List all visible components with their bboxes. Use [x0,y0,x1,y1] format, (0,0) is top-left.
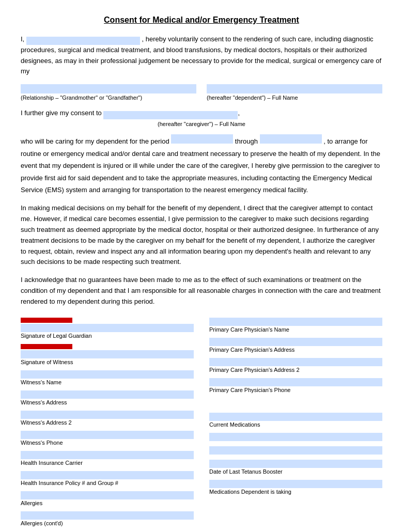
meds-extra-2 [209,446,382,457]
caregiver-input[interactable] [103,111,238,119]
tetanus-group: Date of Last Tetanus Booster [209,460,382,477]
witness-name-group: Witness's Name [21,370,194,387]
intro-paragraph: I, , hereby voluntarily consent to the r… [21,34,382,77]
red-bar-1 [21,318,72,323]
relationship-label: (Relationship – "Grandmother" or "Grandf… [21,95,196,101]
witness-name-input[interactable] [21,370,194,379]
witness-address2-input[interactable] [21,411,194,419]
legal-guardian-group: Signature of Legal Guardian [21,318,194,341]
meds-extra-1 [209,433,382,443]
insurance-carrier-group: Health Insurance Carrier [21,451,194,468]
witness-sig-label: Signature of Witness [21,359,194,365]
witness-address2-label: Witness's Address 2 [21,419,194,426]
consent-prefix: I further give my consent to [21,109,102,117]
right-fields: Primary Care Physician's Name Primary Ca… [209,318,382,531]
pcp-address-label: Primary Care Physician's Address [209,347,382,353]
relationship-input[interactable] [21,84,196,93]
dependent-meds-input[interactable] [209,480,382,488]
witness-sig-input[interactable] [21,350,194,358]
insurance-carrier-input[interactable] [21,451,194,459]
paragraph-2: In making medical decisions on my behalf… [21,203,382,268]
witness-phone-group: Witness's Phone [21,431,194,448]
meds-extra-1-input[interactable] [209,433,382,441]
relationship-dependent-row: (Relationship – "Grandmother" or "Grandf… [21,84,382,101]
relationship-block: (Relationship – "Grandmother" or "Grandf… [21,84,196,101]
insurance-policy-input[interactable] [21,471,194,479]
page-title: Consent for Medical and/or Emergency Tre… [21,15,382,25]
tetanus-input[interactable] [209,460,382,468]
allergies-cont-label: Allergies (cont'd) [21,520,194,526]
through-text: through [235,137,258,145]
red-bar-2 [21,344,72,349]
pcp-phone-group: Primary Care Physician's Phone [209,378,382,395]
period-end-input[interactable] [260,134,322,144]
allergies-input[interactable] [21,491,194,499]
pcp-address-input[interactable] [209,338,382,346]
pcp-name-input[interactable] [209,318,382,326]
name-input[interactable] [26,37,140,45]
witness-sig-group: Signature of Witness [21,344,194,367]
tetanus-label: Date of Last Tetanus Booster [209,468,382,475]
allergies-cont-input[interactable] [21,511,194,520]
witness-name-label: Witness's Name [21,379,194,385]
pcp-phone-input[interactable] [209,378,382,386]
allergies-group: Allergies [21,491,194,508]
pcp-address-group: Primary Care Physician's Address [209,338,382,355]
witness-address-group: Witness's Address [21,390,194,408]
consent-row: I further give my consent to , (hereafte… [21,107,382,129]
current-meds-label: Current Medications [209,421,382,428]
pcp-address2-group: Primary Care Physician's Address 2 [209,358,382,375]
pcp-address2-label: Primary Care Physician's Address 2 [209,367,382,373]
witness-phone-input[interactable] [21,431,194,439]
dependent-input[interactable] [207,84,382,93]
legal-guardian-input[interactable] [21,324,194,332]
insurance-carrier-label: Health Insurance Carrier [21,460,194,466]
allergies-label: Allergies [21,500,194,506]
signature-section: Signature of Legal Guardian Signature of… [21,318,382,531]
current-meds-input[interactable] [209,413,382,421]
period-suffix: , to arrange for routine or emergency me… [21,137,380,194]
intro-prefix: I, [21,35,24,43]
legal-guardian-label: Signature of Legal Guardian [21,333,194,339]
period-start-input[interactable] [171,134,233,144]
period-row: who will be caring for my dependent for … [21,134,382,196]
witness-address-input[interactable] [21,390,194,399]
period-text-1: who will be caring for my dependent for … [21,137,169,145]
insurance-policy-label: Health Insurance Policy # and Group # [21,480,194,486]
pcp-name-label: Primary Care Physician's Name [209,326,382,333]
meds-extra-2-input[interactable] [209,446,382,455]
allergies-cont-group: Allergies (cont'd) [21,511,194,528]
left-fields: Signature of Legal Guardian Signature of… [21,318,194,531]
dependent-meds-label: Medications Dependent is taking [209,489,382,495]
insurance-policy-group: Health Insurance Policy # and Group # [21,471,194,488]
witness-address-label: Witness's Address [21,399,194,405]
dependent-meds-group: Medications Dependent is taking [209,480,382,497]
dependent-block: (hereafter "dependent") – Full Name [207,84,382,101]
caregiver-label: (hereafter "caregiver") – Full Name [21,119,382,130]
pcp-name-group: Primary Care Physician's Name [209,318,382,335]
paragraph-3: I acknowledge that no guarantees have be… [21,275,382,307]
witness-address2-group: Witness's Address 2 [21,411,194,428]
dependent-label: (hereafter "dependent") – Full Name [207,95,382,101]
pcp-address2-input[interactable] [209,358,382,366]
pcp-phone-label: Primary Care Physician's Phone [209,387,382,393]
witness-phone-label: Witness's Phone [21,440,194,446]
spacer-1 [209,398,382,410]
current-meds-group: Current Medications [209,413,382,430]
